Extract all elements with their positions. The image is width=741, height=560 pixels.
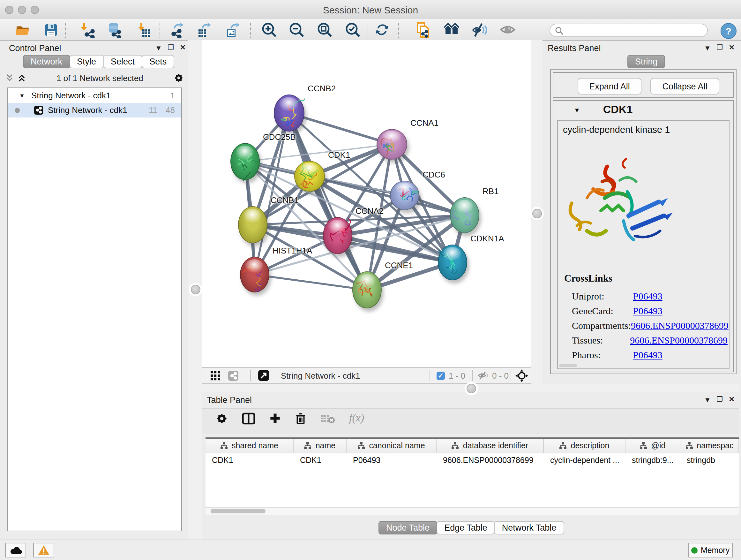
horizontal-splitter-handle[interactable] (467, 384, 476, 393)
panel-menu-icon[interactable]: ▼ (704, 395, 711, 403)
tab-node-table[interactable]: Node Table (379, 521, 437, 535)
show-eye-button[interactable] (499, 21, 516, 38)
results-hscroll-thumb[interactable] (559, 364, 577, 367)
home-button[interactable] (443, 21, 460, 38)
edge-CDK1-RB1[interactable] (310, 176, 465, 215)
open-session-button[interactable] (14, 21, 31, 38)
node-RB1[interactable] (450, 197, 479, 233)
crosslink-value-link[interactable]: 9606.ENSP00000378699 (631, 320, 729, 331)
right-splitter[interactable] (531, 40, 542, 384)
hidden-count-indicator[interactable]: 0 - 0 (477, 368, 509, 383)
delete-column-icon[interactable] (295, 412, 307, 424)
tab-sets[interactable]: Sets (142, 55, 174, 68)
panel-float-icon[interactable]: ❒ (168, 44, 174, 52)
expand-all-icon[interactable] (17, 73, 26, 82)
panel-menu-icon[interactable]: ▼ (704, 44, 711, 51)
open-in-browser-button[interactable] (258, 368, 269, 383)
node-CDKN1A[interactable] (438, 245, 467, 280)
column-header-shared-name[interactable]: shared name (205, 439, 293, 453)
node-CDC6[interactable] (390, 181, 419, 210)
pan-mode-button[interactable] (515, 368, 529, 383)
horizontal-splitter[interactable] (202, 384, 739, 392)
crosslink-value-link[interactable]: P06493 (633, 350, 663, 361)
node-CDC25B[interactable] (230, 143, 260, 180)
gear-icon[interactable] (174, 73, 184, 83)
string-style-button[interactable] (228, 368, 239, 383)
column-header-namespac[interactable]: namespac (680, 439, 739, 453)
collapse-all-icon[interactable] (5, 73, 14, 82)
node-CDK1[interactable] (294, 161, 325, 192)
column-header-description[interactable]: description (544, 439, 625, 453)
tab-style[interactable]: Style (69, 55, 104, 68)
network-view-canvas[interactable]: CCNB2CCNA1CDC25BCDK1CDC6RB1CCNB1CCNA2CDK… (202, 40, 531, 368)
import-database-button[interactable] (105, 21, 123, 38)
refresh-button[interactable] (374, 21, 391, 38)
tab-network[interactable]: Network (23, 55, 70, 68)
memory-button[interactable]: Memory (688, 543, 733, 557)
table-cell[interactable]: cyclin-dependent ... (544, 453, 625, 468)
crosslink-value-link[interactable]: 9606.ENSP00000378699 (630, 335, 728, 346)
zoom-in-button[interactable] (260, 21, 278, 38)
search-input[interactable] (549, 23, 708, 37)
column-header-database-identifier[interactable]: database identifier (436, 439, 544, 453)
gene-section-header[interactable]: ▼ CDK1 (553, 101, 733, 119)
export-network-button[interactable] (168, 21, 185, 38)
node-HIST1H1A[interactable] (240, 257, 269, 293)
collapse-all-button[interactable]: Collapse All (650, 78, 719, 95)
table-cell[interactable]: stringdb (680, 453, 739, 468)
crosslink-value-link[interactable]: P06493 (633, 306, 663, 317)
cloud-button[interactable] (5, 543, 26, 557)
tab-network-table[interactable]: Network Table (494, 521, 564, 535)
warnings-button[interactable] (33, 543, 54, 557)
table-cell[interactable]: P06493 (347, 453, 436, 468)
column-header-@id[interactable]: @id (625, 439, 680, 453)
table-cell[interactable]: 9606.ENSP00000378699 (436, 453, 544, 468)
export-image-button[interactable] (223, 21, 241, 38)
section-collapse-icon[interactable]: ▼ (574, 106, 580, 113)
column-header-name[interactable]: name (293, 439, 347, 453)
column-header-canonical-name[interactable]: canonical name (347, 439, 436, 453)
import-table-button[interactable] (134, 21, 151, 38)
select-columns-icon[interactable] (242, 412, 255, 424)
help-button[interactable]: ? (721, 23, 737, 39)
panel-menu-icon[interactable]: ▼ (155, 44, 162, 51)
duplicate-page-button[interactable] (414, 21, 431, 38)
network-collection-row[interactable]: ▼ String Network - cdk1 1 (8, 88, 181, 103)
table-hscroll-thumb[interactable] (211, 509, 266, 513)
node-CCNA2[interactable] (323, 217, 352, 254)
node-CCNB2[interactable] (274, 95, 305, 132)
node-CCNB1[interactable] (238, 206, 267, 243)
table-cell[interactable]: stringdb:9... (625, 453, 680, 468)
table-gear-icon[interactable] (216, 412, 228, 424)
collapse-triangle-icon[interactable]: ▼ (19, 92, 25, 99)
table-row[interactable]: CDK1CDK1P064939606.ENSP00000378699cyclin… (205, 453, 739, 468)
crosslink-value-link[interactable]: P06493 (633, 291, 663, 302)
zoom-out-button[interactable] (288, 21, 305, 38)
tab-edge-table[interactable]: Edge Table (436, 521, 495, 535)
birdseye-toggle-button[interactable] (211, 368, 220, 383)
results-tab-string[interactable]: String (627, 55, 665, 68)
table-cell[interactable]: CDK1 (293, 453, 347, 468)
import-network-button[interactable] (78, 21, 96, 38)
panel-float-icon[interactable]: ❒ (717, 395, 723, 403)
panel-close-icon[interactable]: ✕ (729, 44, 735, 52)
node-CCNA1[interactable] (377, 129, 407, 160)
network-row-selected[interactable]: String Network - cdk1 11 48 (8, 103, 181, 118)
edge-CCNE1-HIST1H1A[interactable] (255, 274, 367, 290)
left-splitter-handle[interactable] (191, 285, 200, 294)
hide-glasses-button[interactable] (471, 21, 488, 38)
add-column-icon[interactable] (269, 413, 281, 424)
left-splitter[interactable] (188, 40, 202, 540)
expand-all-button[interactable]: Expand All (578, 78, 642, 95)
panel-close-icon[interactable]: ✕ (180, 44, 186, 52)
tab-select[interactable]: Select (103, 55, 142, 68)
zoom-selected-button[interactable] (344, 21, 361, 38)
export-table-button[interactable] (195, 21, 212, 38)
panel-float-icon[interactable]: ❒ (717, 44, 723, 52)
panel-close-icon[interactable]: ✕ (729, 395, 735, 403)
table-cell[interactable]: CDK1 (205, 453, 293, 468)
node-CCNE1[interactable] (352, 271, 382, 308)
zoom-fit-button[interactable] (316, 21, 333, 38)
right-splitter-handle[interactable] (532, 209, 542, 219)
save-session-button[interactable] (42, 21, 59, 38)
